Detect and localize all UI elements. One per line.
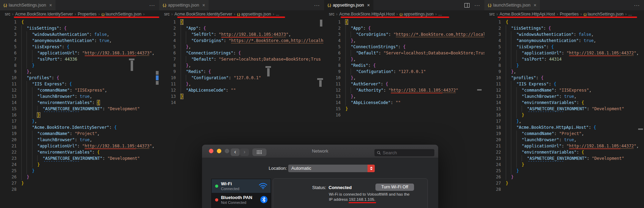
line-number: 1	[327, 19, 341, 25]
close-tab-icon[interactable]: ×	[534, 3, 536, 8]
url-link[interactable]: :44373	[134, 144, 149, 149]
breadcrumb-item[interactable]: src	[489, 12, 495, 17]
indent-guide	[511, 137, 516, 143]
tab-label: appsettings.json	[333, 3, 364, 8]
editor-pane-4: {..}launchSettings.json×···src›Acme.Book…	[484, 0, 644, 208]
code-token: true	[99, 38, 109, 43]
close-tab-icon[interactable]: ×	[367, 3, 370, 8]
overview-marker	[320, 20, 322, 27]
url-link[interactable]: http://192.168.1.105	[85, 51, 135, 56]
tab-appsettings.json[interactable]: {..}appsettings.json×	[159, 0, 209, 10]
tab-label: launchSettings.json	[9, 3, 46, 8]
url-link[interactable]: :44372	[619, 51, 634, 56]
tab-appsettings.json[interactable]: {..}appsettings.json×	[324, 0, 374, 10]
indent-guide	[21, 81, 27, 87]
breadcrumb-file[interactable]: launchSettings.json	[587, 12, 623, 17]
breadcrumb-item[interactable]: Acme.BookStore.HttpApi.Host	[339, 12, 395, 17]
code-area[interactable]: 1{2"App": {3"CorsOrigins": "https://*.Bo…	[324, 18, 484, 118]
url-link[interactable]: https://*.BookStore.com,http://localh	[231, 38, 323, 43]
indent-guide	[511, 50, 516, 56]
code-token: ,	[289, 32, 291, 37]
code-area[interactable]: 1{2"iisSettings": {3"windowsAuthenticati…	[0, 18, 159, 193]
more-actions-icon[interactable]: ···	[474, 2, 480, 8]
indent-guide	[522, 155, 527, 162]
breadcrumb-item[interactable]: src	[5, 12, 10, 17]
code-area[interactable]: 1{2"iisSettings": {3"windowsAuthenticati…	[484, 18, 644, 193]
url-link[interactable]: :44372	[441, 88, 456, 93]
code-token: ,	[636, 144, 639, 148]
line-number: 12	[162, 87, 176, 93]
search-input[interactable]: Search	[374, 149, 435, 157]
code-token: :	[379, 51, 383, 55]
code-token: "launchBrowser"	[37, 94, 74, 99]
code-token: "	[82, 144, 84, 148]
close-tab-icon[interactable]: ×	[49, 3, 52, 8]
url-link[interactable]: :44372	[619, 144, 634, 149]
more-actions-icon[interactable]: ···	[149, 2, 155, 8]
code-token: {	[368, 26, 371, 31]
more-actions-icon[interactable]: ···	[314, 2, 320, 8]
breadcrumb-item[interactable]: src	[164, 12, 170, 17]
tab-bar: {..}appsettings.json×···	[159, 0, 324, 10]
breadcrumb-item[interactable]: src	[329, 12, 334, 17]
url-link[interactable]: http://192.168.1.105	[391, 88, 441, 93]
tab-launchSettings.json[interactable]: {..}launchSettings.json×	[484, 0, 540, 10]
network-window-titlebar[interactable]: ‹ › Network Search	[202, 145, 438, 158]
more-actions-icon[interactable]: ···	[634, 2, 640, 8]
url-link[interactable]: https://*.BookStore.com,http://local	[396, 32, 484, 37]
turn-wifi-off-button[interactable]: Turn Wi-Fi Off	[375, 184, 414, 191]
code-line: 1{	[327, 19, 484, 25]
location-dropdown[interactable]: Automatic	[288, 165, 375, 172]
url-link[interactable]: http://192.168.1.105	[569, 51, 619, 56]
indent-guide	[511, 124, 516, 131]
breadcrumb-item[interactable]: Properties	[560, 12, 579, 17]
breadcrumb-more[interactable]: ...	[628, 12, 632, 17]
line-number: 25	[487, 168, 501, 174]
url-link[interactable]: http://192.168.1.105	[569, 144, 619, 149]
scrollbar-thumb[interactable]	[638, 128, 643, 130]
url-link[interactable]: :44373	[271, 32, 286, 37]
breadcrumb-item[interactable]: Acme.BookStore.IdentityServer	[174, 12, 232, 17]
code-token: :	[544, 57, 549, 62]
tab-launchSettings.json[interactable]: {..}launchSettings.json×	[0, 0, 56, 10]
line-number: 28	[3, 186, 17, 193]
connection-row-wi-fi[interactable]: Wi-FiConnected	[212, 179, 271, 193]
code-line: 25}	[487, 168, 644, 174]
indent-guide	[27, 62, 32, 69]
line-number: 10	[327, 75, 341, 81]
indent-guide	[511, 81, 516, 87]
indent-guide	[506, 38, 511, 44]
code-token: "commandName"	[37, 131, 70, 136]
url-link[interactable]: http://192.168.1.105	[85, 144, 135, 149]
scrollbar-thumb[interactable]	[477, 89, 482, 91]
code-line: 9"Redis": {	[162, 69, 324, 75]
code-token: "Development"	[592, 156, 624, 161]
split-editor-icon[interactable]	[464, 3, 470, 8]
breadcrumb-more[interactable]: ...	[276, 12, 279, 17]
breadcrumb-item[interactable]: Acme.BookStore.HttpApi.Host	[500, 12, 555, 17]
line-number: 4	[327, 38, 341, 44]
breadcrumb-more[interactable]: ...	[438, 12, 442, 17]
code-line: 1{	[487, 19, 644, 25]
url-link[interactable]: :44373	[134, 51, 149, 56]
breadcrumb-item[interactable]: Properties	[78, 12, 97, 17]
code-token: "IIS Express"	[516, 82, 549, 86]
code-line: 8}	[487, 62, 644, 69]
line-number: 21	[3, 143, 17, 149]
breadcrumb-file[interactable]: appsettings.json	[241, 12, 271, 17]
line-number: 21	[487, 143, 501, 149]
breadcrumb-item[interactable]: Acme.BookStore.IdentityServer	[15, 12, 73, 17]
status-dot	[215, 185, 218, 188]
breadcrumb-file[interactable]: launchSettings.json	[105, 12, 141, 17]
code-area[interactable]: 1{2"App": {3"SelfUrl": "http://192.168.1…	[159, 18, 324, 106]
code-token: }	[522, 113, 524, 117]
url-link[interactable]: http://192.168.1.105	[221, 32, 271, 37]
code-token: "iisSettings"	[27, 26, 59, 31]
dropdown-stepper-icon[interactable]	[368, 165, 375, 172]
indent-guide	[27, 162, 32, 168]
close-tab-icon[interactable]: ×	[202, 3, 205, 8]
connection-row-bluetooth-pan[interactable]: Bluetooth PANNot Connected	[212, 193, 271, 207]
line-number: 8	[3, 62, 17, 69]
line-number: 5	[3, 44, 17, 50]
breadcrumb-file[interactable]: appsettings.json	[404, 12, 434, 17]
